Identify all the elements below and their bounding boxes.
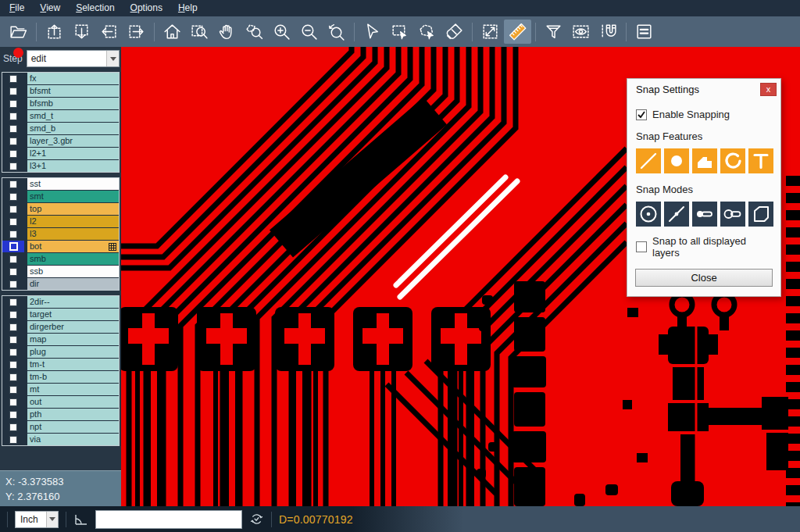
layer-name[interactable]: target <box>27 309 119 320</box>
layer-row-smd_t[interactable]: smd_t <box>2 110 119 122</box>
snap-mode-center-icon[interactable] <box>636 202 661 227</box>
layer-visibility-checkbox[interactable] <box>2 253 24 265</box>
layer-row-bot[interactable]: bot <box>2 241 119 252</box>
zoom-previous-icon[interactable] <box>323 20 350 44</box>
layer-name[interactable]: tm-t <box>27 359 119 370</box>
menu-item-file[interactable]: File <box>2 0 32 16</box>
measure-line-icon[interactable] <box>477 20 504 44</box>
layer-visibility-checkbox[interactable] <box>2 241 24 252</box>
layer-row-tm-t[interactable]: tm-t <box>2 359 119 370</box>
layer-name[interactable]: bfsmt <box>27 85 119 97</box>
layer-name[interactable]: map <box>27 334 119 345</box>
layer-name[interactable]: smt <box>27 191 119 202</box>
layer-visibility-checkbox[interactable] <box>2 359 24 370</box>
layer-visibility-checkbox[interactable] <box>2 123 24 134</box>
layer-row-tm-b[interactable]: tm-b <box>2 371 119 383</box>
layer-name[interactable]: pth <box>27 409 119 420</box>
layer-row-smd_b[interactable]: smd_b <box>2 123 119 134</box>
layer-name[interactable]: dir <box>27 278 119 290</box>
layer-row-top[interactable]: top <box>2 203 119 215</box>
sync-icon[interactable] <box>249 512 264 527</box>
layer-row-smb[interactable]: smb <box>2 253 119 265</box>
layer-row-l2+1[interactable]: l2+1 <box>2 148 119 159</box>
layer-visibility-checkbox[interactable] <box>2 228 24 240</box>
layer-row-plug[interactable]: plug <box>2 346 119 358</box>
layer-row-via[interactable]: via <box>2 434 119 445</box>
layer-visibility-checkbox[interactable] <box>2 85 24 97</box>
layer-row-fx[interactable]: fx <box>2 73 119 84</box>
layer-visibility-checkbox[interactable] <box>2 421 24 433</box>
view-eye-icon[interactable] <box>567 20 595 44</box>
pan-hand-icon[interactable] <box>213 20 241 44</box>
layer-name[interactable]: 2dir-- <box>27 296 119 308</box>
layer-name[interactable]: smd_t <box>27 110 119 122</box>
layer-row-smt[interactable]: smt <box>2 191 119 202</box>
layer-visibility-checkbox[interactable] <box>2 160 24 172</box>
layer-visibility-checkbox[interactable] <box>2 434 24 445</box>
layer-name[interactable]: via <box>27 434 119 445</box>
close-button[interactable]: Close <box>635 269 773 287</box>
measure-value-input[interactable] <box>95 510 242 529</box>
layer-name[interactable]: smb <box>27 253 119 265</box>
chevron-down-icon[interactable] <box>106 51 119 66</box>
layer-visibility-checkbox[interactable] <box>2 346 24 358</box>
layer-row-sst[interactable]: sst <box>2 178 119 190</box>
layer-row-out[interactable]: out <box>2 396 119 408</box>
chevron-down-icon[interactable] <box>46 512 58 527</box>
select-cursor-icon[interactable] <box>359 20 386 44</box>
layer-name[interactable]: l3 <box>27 228 119 240</box>
unit-dropdown[interactable]: Inch <box>15 511 59 528</box>
layer-visibility-checkbox[interactable] <box>2 135 24 147</box>
layer-row-map[interactable]: map <box>2 334 119 345</box>
send-to-left-icon[interactable] <box>95 20 123 44</box>
enable-snapping-checkbox[interactable] <box>636 109 647 120</box>
layer-visibility-checkbox[interactable] <box>2 321 24 333</box>
layer-visibility-checkbox[interactable] <box>2 371 24 383</box>
layer-row-bfsmt[interactable]: bfsmt <box>2 85 119 97</box>
home-icon[interactable] <box>159 20 186 44</box>
layer-name[interactable]: layer_3.gbr <box>27 135 119 147</box>
layer-visibility-checkbox[interactable] <box>2 296 24 308</box>
open-folder-icon[interactable] <box>5 20 32 44</box>
menu-item-help[interactable]: Help <box>170 0 205 16</box>
layer-row-l3+1[interactable]: l3+1 <box>2 160 119 172</box>
snap-feature-pad-icon[interactable] <box>664 148 689 173</box>
layer-row-l2[interactable]: l2 <box>2 216 119 227</box>
layer-row-2dir--[interactable]: 2dir-- <box>2 296 119 308</box>
send-to-top-icon[interactable] <box>41 20 68 44</box>
layer-visibility-checkbox[interactable] <box>2 396 24 408</box>
layer-visibility-checkbox[interactable] <box>2 409 24 420</box>
layer-visibility-checkbox[interactable] <box>2 148 24 159</box>
layer-visibility-checkbox[interactable] <box>2 203 24 215</box>
layer-row-pth[interactable]: pth <box>2 409 119 420</box>
layer-name[interactable]: dirgerber <box>27 321 119 333</box>
close-icon[interactable]: x <box>760 83 777 96</box>
layer-visibility-checkbox[interactable] <box>2 334 24 345</box>
dialog-title-bar[interactable]: Snap Settings x <box>627 79 780 100</box>
snap-mode-line-ends-icon[interactable] <box>692 202 717 227</box>
layer-visibility-checkbox[interactable] <box>2 110 24 122</box>
snap-mode-whole-line-icon[interactable] <box>720 202 745 227</box>
layer-visibility-checkbox[interactable] <box>2 278 24 290</box>
zoom-area-icon[interactable] <box>241 20 268 44</box>
menu-item-options[interactable]: Options <box>123 0 170 16</box>
layer-visibility-checkbox[interactable] <box>2 178 24 190</box>
layer-row-mt[interactable]: mt <box>2 384 119 395</box>
layer-visibility-checkbox[interactable] <box>2 98 24 109</box>
snap-feature-text-icon[interactable] <box>748 148 773 173</box>
menu-item-view[interactable]: View <box>32 0 68 16</box>
layer-visibility-checkbox[interactable] <box>2 266 24 277</box>
paint-brush-icon[interactable] <box>441 20 468 44</box>
layer-row-dir[interactable]: dir <box>2 278 119 290</box>
snap-mode-contour-icon[interactable] <box>748 202 773 227</box>
layer-row-ssb[interactable]: ssb <box>2 266 119 277</box>
layer-visibility-checkbox[interactable] <box>2 191 24 202</box>
layer-row-l3[interactable]: l3 <box>2 228 119 240</box>
layer-visibility-checkbox[interactable] <box>2 216 24 227</box>
snap-magnet-icon[interactable] <box>595 20 622 44</box>
layer-visibility-checkbox[interactable] <box>2 384 24 395</box>
layer-visibility-checkbox[interactable] <box>2 309 24 320</box>
layer-row-npt[interactable]: npt <box>2 421 119 433</box>
step-dropdown[interactable]: edit <box>27 50 120 67</box>
layer-name[interactable]: smd_b <box>27 123 119 134</box>
